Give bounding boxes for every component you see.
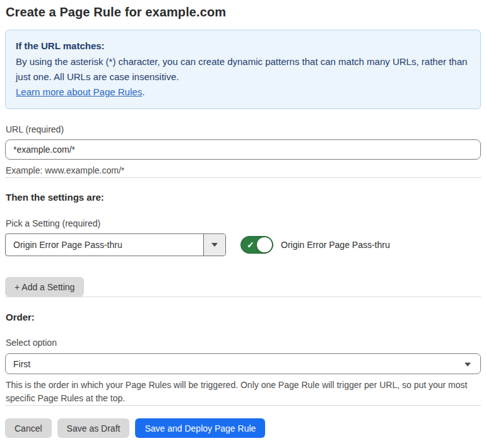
order-helper-text: This is the order in which your Page Rul…	[6, 379, 481, 405]
setting-row: Origin Error Page Pass-thru ✓ Origin Err…	[5, 233, 481, 256]
divider	[5, 297, 481, 297]
order-section-heading: Order:	[6, 312, 481, 322]
footer-actions: Cancel Save as Draft Save and Deploy Pag…	[5, 418, 481, 438]
setting-toggle[interactable]: ✓	[240, 236, 273, 254]
setting-toggle-label: Origin Error Page Pass-thru	[281, 240, 390, 250]
order-select[interactable]: First	[5, 353, 481, 374]
info-box-link-line: Learn more about Page Rules.	[16, 85, 470, 100]
info-box-heading: If the URL matches:	[16, 38, 470, 54]
url-match-info-box: If the URL matches: By using the asteris…	[5, 30, 481, 109]
pick-setting-label: Pick a Setting (required)	[6, 218, 481, 228]
check-icon: ✓	[247, 240, 254, 249]
info-box-body: By using the asterisk (*) character, you…	[16, 54, 470, 85]
settings-section-heading: Then the settings are:	[6, 192, 481, 203]
divider	[5, 177, 481, 178]
add-setting-button[interactable]: + Add a Setting	[5, 277, 84, 297]
save-and-deploy-button[interactable]: Save and Deploy Page Rule	[135, 418, 265, 438]
learn-more-link[interactable]: Learn more about Page Rules	[16, 86, 142, 97]
order-select-label: Select option	[6, 338, 481, 348]
create-page-rule-form: Create a Page Rule for example.com If th…	[0, 0, 486, 448]
order-select-value: First	[13, 359, 30, 369]
url-label: URL (required)	[6, 124, 481, 134]
chevron-down-icon	[211, 243, 218, 247]
link-suffix: .	[142, 86, 145, 97]
url-helper-text: Example: www.example.com/*	[6, 164, 481, 177]
url-input[interactable]	[5, 139, 481, 160]
caret-down-icon	[465, 362, 471, 366]
divider	[5, 405, 481, 406]
setting-select-value: Origin Error Page Pass-thru	[6, 234, 203, 256]
setting-toggle-wrap: ✓ Origin Error Page Pass-thru	[240, 236, 390, 254]
setting-select[interactable]: Origin Error Page Pass-thru	[5, 233, 226, 256]
setting-select-arrow-button[interactable]	[203, 234, 225, 256]
toggle-knob	[257, 237, 272, 252]
save-as-draft-button[interactable]: Save as Draft	[57, 418, 130, 438]
page-title: Create a Page Rule for example.com	[6, 5, 481, 20]
cancel-button[interactable]: Cancel	[5, 418, 52, 438]
